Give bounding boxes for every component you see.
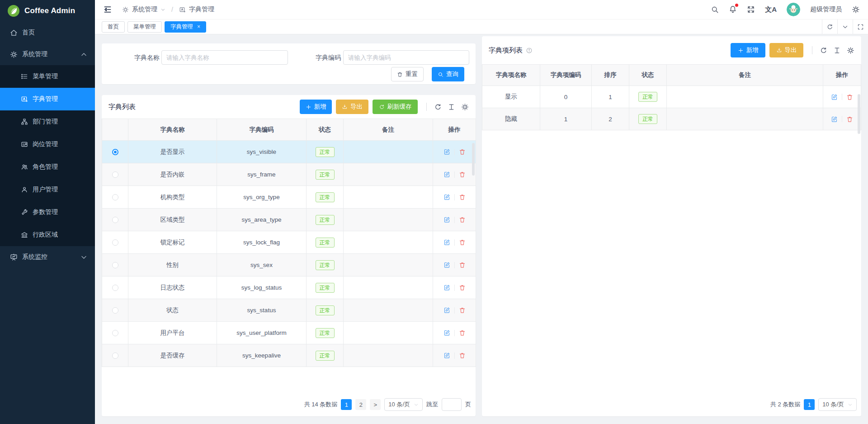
add-dict-item-button[interactable]: 新增 [731,43,765,57]
search-icon[interactable] [711,5,719,14]
page-button-2[interactable]: 2 [355,399,366,410]
edit-button[interactable] [439,194,454,200]
edit-button[interactable] [439,171,454,178]
next-page-button[interactable]: > [370,399,381,410]
edit-button[interactable] [827,94,842,100]
edit-button[interactable] [827,116,842,123]
table-row[interactable]: 日志状态 sys_log_status 正常 [102,276,476,299]
row-radio[interactable] [112,149,118,155]
page-button-1[interactable]: 1 [804,399,815,410]
row-radio[interactable] [112,330,118,336]
edit-button[interactable] [439,262,454,268]
sidebar-item-param-mgmt[interactable]: 参数管理 [0,201,95,224]
delete-button[interactable] [842,94,857,100]
sidebar-item-user-mgmt[interactable]: 用户管理 [0,178,95,201]
edit-button[interactable] [439,148,454,155]
scrollbar-thumb[interactable] [472,143,475,176]
table-row[interactable]: 机构类型 sys_org_type 正常 [102,186,476,209]
sidebar-item-monitor[interactable]: 系统监控 [0,246,95,268]
table-row[interactable]: 是否缓存 sys_keepalive 正常 [102,344,476,367]
avatar[interactable] [787,3,800,16]
edit-button[interactable] [439,216,454,223]
sidebar-item-system[interactable]: 系统管理 [0,43,95,65]
row-density-icon[interactable] [448,103,455,111]
delete-button[interactable] [455,171,470,178]
breadcrumb-section[interactable]: 系统管理 [132,5,157,14]
reload-table-icon[interactable] [434,103,442,111]
dict-name-input[interactable] [161,50,288,65]
trash-icon [459,171,466,178]
delete-button[interactable] [455,284,470,291]
delete-button[interactable] [455,239,470,246]
row-radio[interactable] [112,239,118,246]
row-radio[interactable] [112,217,118,223]
edit-button[interactable] [439,239,454,246]
delete-button[interactable] [455,148,470,155]
row-radio[interactable] [112,194,118,200]
settings-gear-icon[interactable] [852,5,860,14]
table-row[interactable]: 状态 sys_status 正常 [102,299,476,322]
sidebar-item-home[interactable]: 首页 [0,22,95,43]
delete-button[interactable] [455,329,470,336]
sidebar-item-region[interactable]: 行政区域 [0,224,95,246]
row-radio[interactable] [112,262,118,268]
close-tab-icon[interactable]: × [197,24,200,30]
edit-button[interactable] [439,352,454,359]
refresh-page-button[interactable] [822,19,837,34]
tabs-dropdown-button[interactable] [837,19,853,34]
table-row[interactable]: 锁定标记 sys_lock_flag 正常 [102,231,476,254]
table-row[interactable]: 是否显示 sys_visible 正常 [102,141,476,163]
sidebar-item-menu-mgmt[interactable]: 菜单管理 [0,65,95,88]
edit-button[interactable] [439,307,454,314]
table-row[interactable]: 性别 sys_sex 正常 [102,254,476,276]
delete-button[interactable] [455,216,470,223]
sidebar-item-post-mgmt[interactable]: 岗位管理 [0,133,95,156]
maximize-content-button[interactable] [853,19,868,34]
delete-button[interactable] [455,262,470,268]
info-icon[interactable] [526,47,533,54]
fullscreen-icon[interactable] [747,5,755,14]
export-dict-button[interactable]: 导出 [336,100,368,114]
table-row[interactable]: 显示 0 1 正常 [482,86,861,108]
edit-button[interactable] [439,284,454,291]
reset-button[interactable]: 重置 [391,67,424,81]
delete-button[interactable] [455,307,470,314]
column-settings-gear-icon[interactable] [847,47,854,54]
row-radio[interactable] [112,172,118,178]
page-size-select[interactable]: 10 条/页 [818,398,857,411]
tab-menu-mgmt[interactable]: 菜单管理 [127,21,162,33]
tab-home[interactable]: 首页 [102,21,125,33]
page-button-1[interactable]: 1 [341,399,352,410]
export-dict-item-button[interactable]: 导出 [769,43,803,57]
delete-button[interactable] [842,116,857,123]
dict-code-input[interactable] [343,50,469,65]
delete-button[interactable] [455,194,470,200]
edit-button[interactable] [439,329,454,336]
jump-page-input[interactable] [442,398,462,411]
notifications-button[interactable] [729,5,737,14]
add-dict-button[interactable]: 新增 [300,100,332,114]
tab-dict-mgmt[interactable]: 字典管理 × [165,21,206,33]
row-density-icon[interactable] [833,47,841,54]
row-radio[interactable] [112,285,118,291]
table-row[interactable]: 区域类型 sys_area_type 正常 [102,209,476,231]
username[interactable]: 超级管理员 [810,5,842,14]
reload-table-icon[interactable] [820,47,827,54]
sidebar-item-dept-mgmt[interactable]: 部门管理 [0,110,95,133]
sidebar-item-role-mgmt[interactable]: 角色管理 [0,156,95,178]
page-size-select[interactable]: 10 条/页 [384,398,423,411]
table-tools [820,47,854,54]
refresh-cache-button[interactable]: 刷新缓存 [373,100,418,114]
delete-button[interactable] [455,352,470,359]
scrollbar-thumb[interactable] [858,94,860,134]
table-row[interactable]: 是否内嵌 sys_frame 正常 [102,163,476,186]
row-radio[interactable] [112,353,118,359]
row-radio[interactable] [112,307,118,314]
query-button[interactable]: 查询 [432,67,464,81]
table-row[interactable]: 用户平台 sys_user_platform 正常 [102,322,476,344]
language-switch-icon[interactable]: 文A [765,5,777,14]
table-row[interactable]: 隐藏 1 2 正常 [482,108,861,130]
sidebar-item-dict-mgmt[interactable]: 字典管理 [0,88,95,110]
column-settings-gear-icon[interactable] [461,103,469,111]
sidebar-collapse-icon[interactable] [103,5,112,14]
